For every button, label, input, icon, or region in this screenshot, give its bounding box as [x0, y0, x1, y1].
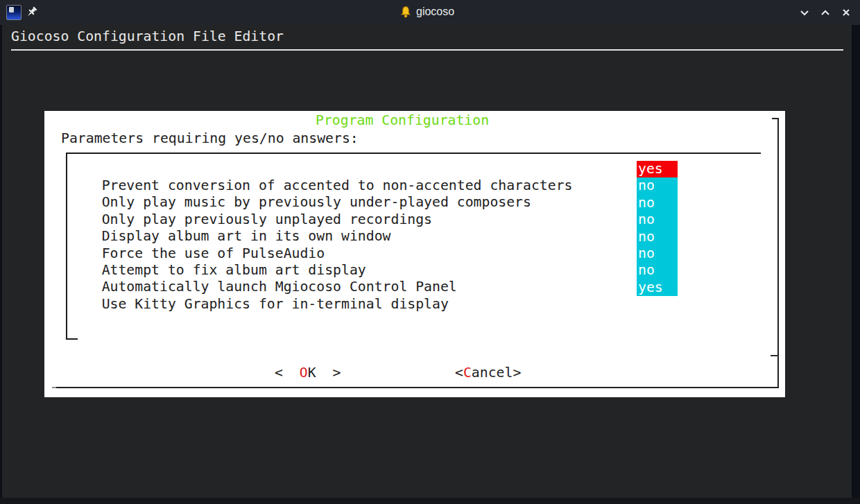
- config-dialog: Program Configuration Parameters requiri…: [44, 111, 785, 397]
- terminal-app-icon[interactable]: [6, 5, 22, 20]
- dialog-subtitle: Parameters requiring yes/no answers:: [61, 130, 359, 147]
- minimize-button[interactable]: [798, 6, 811, 19]
- maximize-button[interactable]: [819, 6, 832, 19]
- parameter-row[interactable]: Display album art in its own window no: [69, 211, 769, 228]
- chevron-up-icon: [819, 6, 832, 19]
- titlebar: giocoso: [0, 0, 860, 25]
- parameter-row[interactable]: Automatically launch Mgiocoso Control Pa…: [69, 262, 769, 279]
- dialog-border-right: [777, 118, 779, 388]
- parameter-value: no: [637, 245, 678, 262]
- cancel-button[interactable]: <Cancel>: [455, 365, 521, 381]
- parameter-row[interactable]: Prevent conversion of accented to non-ac…: [69, 161, 769, 177]
- ok-label-rest: K >: [308, 365, 341, 381]
- parameter-value: yes: [637, 279, 678, 296]
- parameter-label: Use Kitty Graphics for in-terminal displ…: [102, 296, 449, 312]
- close-button[interactable]: [840, 6, 852, 19]
- parameter-row[interactable]: Use Kitty Graphics for in-terminal displ…: [69, 279, 769, 296]
- dialog-border-bottom-stub: [52, 387, 56, 388]
- cancel-hotkey: C: [463, 365, 472, 381]
- chevron-down-icon: [798, 6, 811, 19]
- parameter-row[interactable]: Only play previously unplayed recordings…: [69, 195, 769, 211]
- dialog-border-corner: [772, 118, 779, 119]
- dialog-border-bottom: [52, 387, 779, 388]
- parameter-row[interactable]: Attempt to fix album art display no: [69, 245, 769, 262]
- parameter-value: no: [637, 229, 678, 245]
- window-title: giocoso: [416, 6, 454, 18]
- close-x-icon: [840, 6, 852, 19]
- application-window: giocoso Giocoso Configuration File Edito…: [0, 0, 860, 504]
- header-rule: [11, 49, 843, 51]
- parameter-value: yes: [637, 161, 678, 177]
- ok-bracket-left: <: [275, 365, 300, 381]
- cancel-label-rest: ancel>: [472, 365, 521, 381]
- terminal-screen: Giocoso Configuration File Editor Progra…: [2, 25, 852, 498]
- listbox-border-top: [66, 153, 761, 154]
- parameter-value: no: [637, 211, 678, 228]
- app-icon-glyph: [9, 7, 14, 12]
- window-edge: [0, 498, 860, 504]
- parameter-value: no: [637, 262, 678, 279]
- parameter-value: no: [637, 195, 678, 211]
- parameter-value: no: [637, 177, 678, 194]
- terminal-header: Giocoso Configuration File Editor: [11, 28, 284, 45]
- parameter-row[interactable]: Only play music by previously under-play…: [69, 177, 769, 194]
- dialog-separator-tick: [771, 355, 779, 356]
- ok-hotkey: O: [300, 365, 308, 381]
- ok-button[interactable]: < OK >: [275, 365, 341, 381]
- cancel-bracket-left: <: [455, 365, 463, 381]
- bell-icon: [399, 6, 412, 19]
- pushpin-icon[interactable]: [26, 6, 37, 18]
- parameter-row[interactable]: Force the use of PulseAudio no: [69, 229, 769, 245]
- listbox-border-left: [66, 153, 67, 340]
- dialog-title: Program Configuration: [316, 112, 489, 129]
